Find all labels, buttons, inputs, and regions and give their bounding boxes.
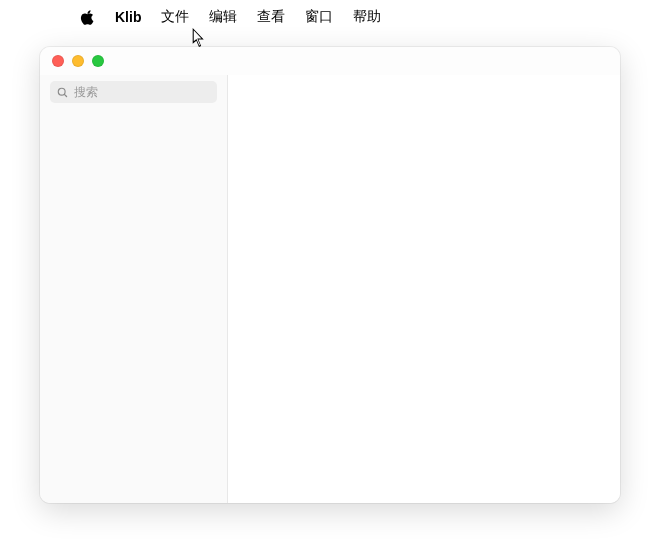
menu-item-edit[interactable]: 编辑	[209, 8, 237, 26]
window-maximize-button[interactable]	[92, 55, 104, 67]
system-menubar: Klib 文件 编辑 查看 窗口 帮助	[0, 0, 666, 32]
window-minimize-button[interactable]	[72, 55, 84, 67]
apple-logo-icon[interactable]	[80, 9, 95, 26]
window-body	[40, 75, 620, 503]
search-input[interactable]	[50, 81, 217, 103]
app-window	[40, 47, 620, 503]
menu-item-help[interactable]: 帮助	[353, 8, 381, 26]
main-content-pane	[228, 75, 620, 503]
window-titlebar[interactable]	[40, 47, 620, 75]
sidebar	[40, 75, 228, 503]
menu-item-view[interactable]: 查看	[257, 8, 285, 26]
menu-item-window[interactable]: 窗口	[305, 8, 333, 26]
window-close-button[interactable]	[52, 55, 64, 67]
menu-item-file[interactable]: 文件	[161, 8, 189, 26]
app-name[interactable]: Klib	[115, 9, 141, 25]
